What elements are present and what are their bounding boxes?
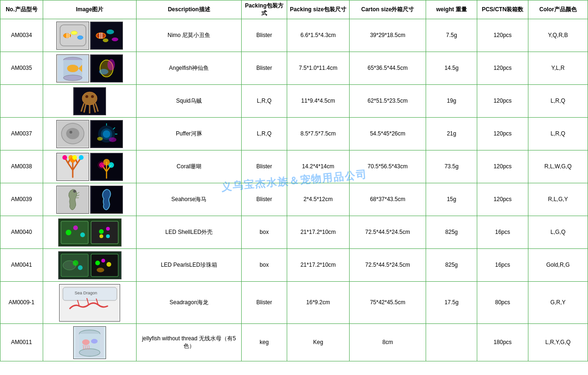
cell-color: L,R,Q [528,118,588,150]
product-table: No.产品型号 Image图片 Description描述 Packing包装方… [0,0,588,361]
table-row: AM0037 [0,118,588,150]
table-row: AM0034 [0,19,588,52]
cell-image [43,19,137,52]
cell-packsize: 7.5*1.0*11.4cm [287,52,349,85]
svg-point-33 [69,131,72,134]
cell-no: AM0041 [0,249,43,282]
table-row: AM0040 [0,216,588,249]
table-row: AM0011 [0,324,588,361]
cell-weight: 21g [426,118,477,150]
cell-pcs: 180pcs [477,324,528,361]
cell-packing: L,R,Q [242,85,287,118]
cell-no: AM0035 [0,52,43,85]
product-image-dark [90,54,123,82]
svg-point-88 [82,339,90,345]
cell-desc: Squid乌贼 [137,85,242,118]
cell-desc: LED ShellLED外壳 [137,216,242,249]
svg-point-23 [99,69,108,75]
cell-packing: Blister [242,52,287,85]
cell-no [0,85,43,118]
svg-point-70 [99,234,103,238]
cell-color: Gold,R,G [528,249,588,282]
svg-point-27 [85,95,88,98]
header-desc: Description描述 [137,0,242,19]
svg-rect-61 [61,221,88,244]
svg-point-44 [62,155,67,160]
cell-desc: Nimo 尼莫小丑鱼 [137,19,242,52]
cell-packing: L,R,Q [242,118,287,150]
product-image [58,218,122,247]
svg-point-87 [79,349,100,356]
cell-desc: Angelfish神仙鱼 [137,52,242,85]
cell-packsize: 21*17.2*10cm [287,249,349,282]
cell-pcs: 120pcs [477,19,528,52]
svg-point-9 [96,33,106,38]
product-image: Sea Dragon [59,284,120,322]
cell-weight: 17.5g [426,282,477,324]
svg-rect-76 [91,254,118,277]
svg-point-74 [73,260,78,266]
cell-weight: 73.5g [426,150,477,183]
product-image [56,22,89,50]
cell-packsize: Keg [287,324,349,361]
cell-carton: 54.5*45*26cm [349,118,426,150]
cell-color: R,L,G,Y [528,183,588,216]
cell-desc: Seadragon海龙 [137,282,242,324]
svg-point-64 [73,225,78,230]
cell-packing: Blister [242,19,287,52]
cell-image [43,183,137,216]
header-color: Color产品颜色 [528,0,588,19]
svg-point-69 [106,234,110,238]
cell-image [43,52,137,85]
cell-carton: 68*37*43.5cm [349,183,426,216]
svg-point-79 [107,262,111,267]
cell-packsize: 14.2*4*14cm [287,150,349,183]
cell-weight: 19g [426,85,477,118]
cell-packing: Blister [242,282,287,324]
svg-point-77 [95,261,100,265]
cell-desc: Seahorse海马 [137,183,242,216]
cell-packsize: 11*9.4*4.5cm [287,85,349,118]
svg-point-68 [106,227,110,231]
cell-carton: 8cm [349,324,426,361]
cell-carton: 72.5*44.5*24.5cm [349,249,426,282]
svg-point-3 [71,31,77,35]
cell-pcs: 120pcs [477,85,528,118]
svg-point-65 [80,232,85,237]
cell-image [43,324,137,361]
product-image [56,153,89,181]
svg-point-75 [78,265,83,270]
product-image [56,186,89,214]
cell-weight: 15g [426,183,477,216]
svg-point-4 [77,36,83,39]
product-image-dark [90,120,123,148]
header-packing: Packing包装方式 [242,0,287,19]
cell-pcs: 120pcs [477,52,528,85]
svg-point-67 [99,229,104,234]
cell-pcs: 16pcs [477,249,528,282]
cell-desc: jellyfish without thread 无线水母（有5色） [137,324,242,361]
header-packsize: Packing size包装尺寸 [287,0,349,19]
cell-packsize: 16*9.2cm [287,282,349,324]
cell-carton: 65*36.5*44.5cm [349,52,426,85]
cell-carton: 62*51.5*23.5cm [349,85,426,118]
svg-point-55 [73,190,76,193]
cell-packsize: 6.6*1.5*4.3cm [287,19,349,52]
svg-point-63 [66,230,71,235]
product-image [58,251,122,279]
svg-point-48 [79,155,84,160]
cell-weight: 14.5g [426,52,477,85]
table-row: AM0009-1 Sea Dragon [0,282,588,324]
cell-color: G,R,Y [528,282,588,324]
cell-no: AM0034 [0,19,43,52]
cell-desc: LED PearlsLED珍珠箱 [137,249,242,282]
svg-point-78 [101,259,105,262]
cell-carton: 70.5*56.5*43cm [349,150,426,183]
cell-carton: 75*42*45.5cm [349,282,426,324]
cell-image [43,150,137,183]
cell-packing: box [242,249,287,282]
cell-packing: box [242,216,287,249]
svg-point-37 [103,130,110,138]
cell-image [43,216,137,249]
svg-rect-0 [58,22,88,48]
